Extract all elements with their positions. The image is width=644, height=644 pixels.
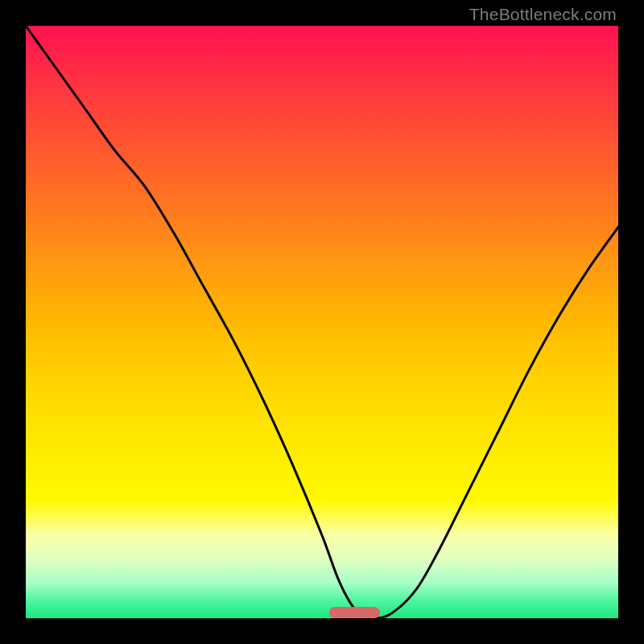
optimal-range-marker (329, 607, 380, 618)
curve-path (26, 26, 618, 618)
attribution-text: TheBottleneck.com (469, 5, 617, 24)
bottleneck-curve (26, 26, 618, 618)
chart-frame (26, 26, 618, 618)
